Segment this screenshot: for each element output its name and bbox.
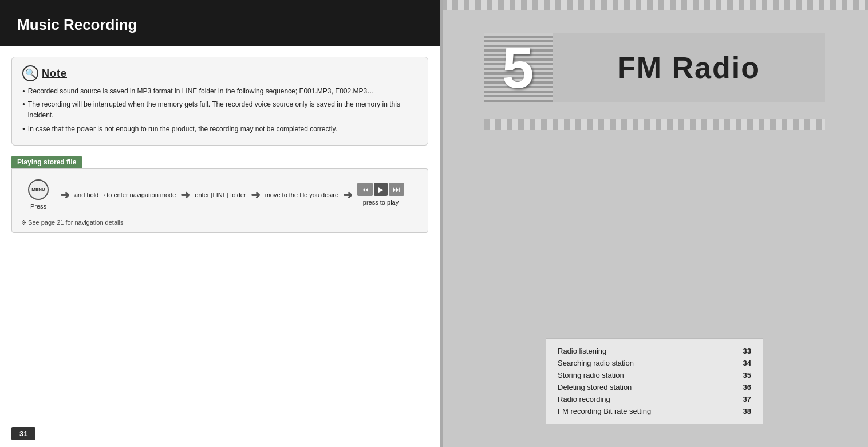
toc-label-searching: Searching radio station <box>558 359 672 367</box>
toc-label-radio-listening: Radio listening <box>558 347 672 355</box>
toc-label-recording: Radio recording <box>558 395 672 403</box>
left-content: 🔍 Note Recorded sound source is saved in… <box>0 46 440 243</box>
toc-page-deleting: 36 <box>737 383 751 391</box>
menu-button-icon[interactable]: MENU <box>28 179 49 200</box>
chapter-title: FM Radio <box>617 50 760 85</box>
playing-section: Playing stored file MENU Press ➜ and hol… <box>11 156 428 233</box>
page-number: 31 <box>11 427 35 440</box>
arrow-2: ➜ <box>180 188 190 202</box>
arrow-3: ➜ <box>251 188 261 202</box>
toc-page-searching: 34 <box>737 359 751 367</box>
toc-dots-2 <box>676 360 734 366</box>
step-press: MENU Press <box>21 179 56 211</box>
toc-dots-6 <box>676 409 734 414</box>
step-line-folder: enter [LINE] folder <box>195 191 246 199</box>
chapter-block: 5 FM Radio <box>484 33 826 102</box>
toc-dots-3 <box>676 372 734 378</box>
arrow-4: ➜ <box>343 188 353 202</box>
left-page: Music Recording 🔍 Note Recorded sound so… <box>0 0 441 447</box>
deco-bottom-bar <box>484 119 826 130</box>
toc-page-storing: 35 <box>737 371 751 379</box>
left-header: Music Recording <box>0 0 440 46</box>
step-move-file: move to the file you desire <box>265 191 338 199</box>
press-play-label: press to play <box>363 198 399 207</box>
chapter-number-box: 5 <box>484 33 553 102</box>
section-label: Playing stored file <box>11 156 82 168</box>
toc-page-radio-listening: 33 <box>737 347 751 355</box>
next-button[interactable]: ⏭ <box>389 183 404 196</box>
line-folder-label: enter [LINE] folder <box>195 191 246 199</box>
navigation-label: and hold →to enter navigation mode <box>74 191 176 199</box>
move-file-label: move to the file you desire <box>265 191 338 199</box>
toc-page-bitrate: 38 <box>737 407 751 415</box>
note-item-3: In case that the power is not enough to … <box>22 124 417 135</box>
note-icon: 🔍 <box>22 65 38 81</box>
play-button[interactable]: ▶ <box>374 183 388 196</box>
toc-row-recording: Radio recording 37 <box>558 395 751 403</box>
play-controls: ⏮ ▶ ⏭ <box>357 183 404 196</box>
steps-row: MENU Press ➜ and hold →to enter navigati… <box>21 179 419 211</box>
toc-row-storing: Storing radio station 35 <box>558 371 751 379</box>
toc-row-searching: Searching radio station 34 <box>558 359 751 367</box>
toc-dots-1 <box>676 348 734 354</box>
prev-button[interactable]: ⏮ <box>357 183 373 196</box>
chapter-title-box: FM Radio <box>553 33 826 102</box>
toc-row-deleting: Deleting stored station 36 <box>558 383 751 391</box>
toc-row-bitrate: FM recording Bit rate setting 38 <box>558 407 751 415</box>
arrow-1: ➜ <box>60 188 70 202</box>
toc-label-bitrate: FM recording Bit rate setting <box>558 407 672 415</box>
toc-dots-5 <box>676 397 734 402</box>
press-label: Press <box>30 202 46 211</box>
right-page: 5 FM Radio Radio listening 33 Searching … <box>441 0 868 447</box>
toc-box: Radio listening 33 Searching radio stati… <box>546 338 763 424</box>
note-title-row: 🔍 Note <box>22 65 417 81</box>
note-reference: See page 21 for navigation details <box>21 219 419 226</box>
toc-dots-4 <box>676 385 734 390</box>
note-body: Recorded sound source is saved in MP3 fo… <box>22 86 417 135</box>
note-box: 🔍 Note Recorded sound source is saved in… <box>11 57 428 146</box>
steps-box: MENU Press ➜ and hold →to enter navigati… <box>11 168 428 233</box>
toc-label-storing: Storing radio station <box>558 371 672 379</box>
chapter-number: 5 <box>502 39 534 96</box>
note-item-1: Recorded sound source is saved in MP3 fo… <box>22 86 417 97</box>
step-play: ⏮ ▶ ⏭ press to play <box>357 183 404 207</box>
step-navigation: and hold →to enter navigation mode <box>74 191 176 199</box>
deco-top-bar <box>441 0 868 10</box>
toc-page-recording: 37 <box>737 395 751 403</box>
left-page-title: Music Recording <box>17 16 423 34</box>
note-title: Note <box>42 68 67 80</box>
note-item-2: The recording will be interrupted when t… <box>22 99 417 121</box>
toc-label-deleting: Deleting stored station <box>558 383 672 391</box>
toc-row-radio-listening: Radio listening 33 <box>558 347 751 355</box>
